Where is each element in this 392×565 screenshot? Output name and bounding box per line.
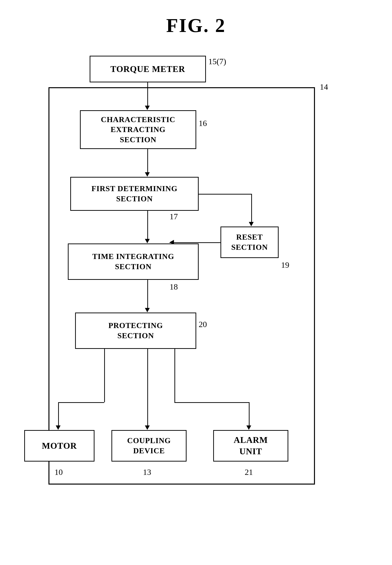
arrowhead-alarm bbox=[246, 426, 251, 430]
ref-label-17: 17 bbox=[169, 212, 178, 221]
arrow-protect-to-motor-h bbox=[58, 402, 104, 403]
ref-label-19: 19 bbox=[281, 261, 289, 270]
characteristic-box: CHARACTERISTIC EXTRACTING SECTION bbox=[80, 110, 196, 149]
arrowhead-reset bbox=[249, 222, 254, 226]
reset-box: RESET SECTION bbox=[221, 227, 279, 258]
torque-meter-box: TORQUE METER bbox=[90, 56, 206, 82]
arrow-protect-to-coupling bbox=[147, 349, 148, 427]
arrow-protect-to-alarm-h bbox=[174, 402, 250, 403]
arrow-protect-to-motor-v2 bbox=[58, 402, 59, 427]
ref-label-14: 14 bbox=[320, 82, 328, 92]
arrow-protect-to-motor-v1 bbox=[104, 349, 105, 402]
arrow-torque-to-char bbox=[147, 82, 148, 107]
ref-label-18: 18 bbox=[169, 282, 178, 291]
ref-label-16: 16 bbox=[199, 119, 207, 128]
coupling-box: COUPLING DEVICE bbox=[112, 430, 187, 462]
diagram-title: FIG. 2 bbox=[166, 14, 226, 37]
arrow-protect-to-alarm-v1 bbox=[174, 349, 175, 402]
arrowhead-coupling bbox=[145, 426, 150, 430]
arrow-time-to-protect bbox=[147, 280, 148, 309]
arrowhead-1 bbox=[145, 106, 150, 110]
arrow-first-to-reset-v bbox=[251, 194, 252, 223]
first-determining-box: FIRST DETERMINING SECTION bbox=[70, 177, 199, 211]
alarm-box: ALARM UNIT bbox=[213, 430, 288, 462]
arrow-reset-to-time-h bbox=[169, 242, 221, 243]
ref-label-10: 10 bbox=[55, 468, 63, 477]
ref-label-13: 13 bbox=[143, 468, 151, 477]
arrow-protect-to-alarm-v2 bbox=[249, 402, 250, 427]
protecting-box: PROTECTING SECTION bbox=[75, 313, 196, 349]
ref-label-21: 21 bbox=[245, 468, 253, 477]
arrow-char-to-first bbox=[147, 149, 148, 173]
motor-box: MOTOR bbox=[24, 430, 95, 462]
ref-label-20: 20 bbox=[199, 320, 207, 329]
time-integrating-box: TIME INTEGRATING SECTION bbox=[68, 244, 199, 280]
ref-label-15: 15(7) bbox=[208, 57, 226, 66]
arrowhead-3 bbox=[145, 239, 150, 243]
arrow-first-to-reset-h bbox=[199, 194, 252, 194]
arrow-first-to-time bbox=[147, 211, 148, 240]
arrowhead-motor bbox=[56, 426, 61, 430]
arrowhead-2 bbox=[145, 172, 150, 177]
arrowhead-4 bbox=[145, 308, 150, 312]
